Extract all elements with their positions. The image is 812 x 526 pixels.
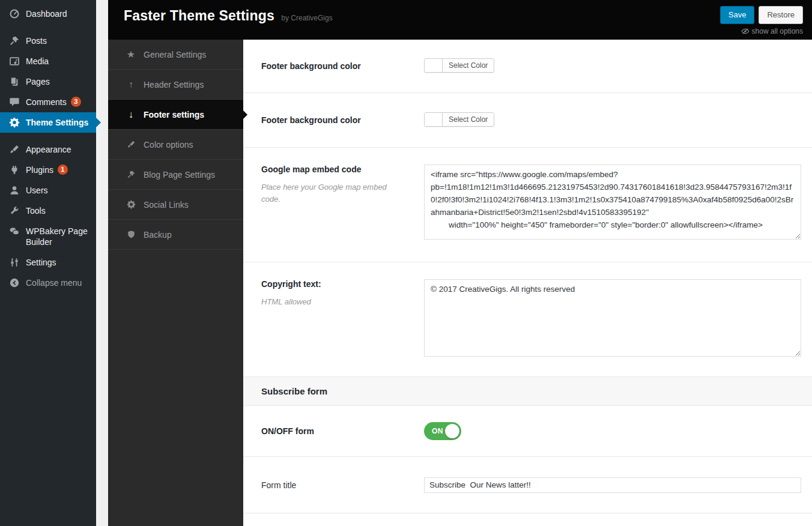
toggle-knob bbox=[445, 424, 459, 438]
brush-icon bbox=[125, 140, 137, 149]
tab-color-options[interactable]: Color options bbox=[108, 130, 243, 160]
sidebar-item-label: Users bbox=[26, 185, 48, 196]
sidebar-item-label: Collapse menu bbox=[26, 277, 82, 288]
restore-button[interactable]: Restore bbox=[759, 6, 803, 24]
tab-general-settings[interactable]: ★ General Settings bbox=[108, 40, 243, 70]
comment-bubble-icon bbox=[8, 97, 20, 107]
select-color-label: Select Color bbox=[443, 59, 494, 72]
sidebar-item-label: WPBakery Page Builder bbox=[26, 226, 91, 247]
header-buttons: Save Restore bbox=[720, 6, 803, 24]
sidebar-item-comments[interactable]: Comments 3 bbox=[0, 92, 96, 112]
setting-row-footer-bg-1: Footer background color Select Color bbox=[243, 40, 812, 93]
tab-footer-settings[interactable]: ↓ Footer settings bbox=[108, 100, 243, 130]
setting-label: Copyright text: bbox=[261, 279, 411, 289]
sidebar-item-label: Pages bbox=[26, 76, 50, 87]
sidebar-gap bbox=[96, 0, 108, 526]
tab-label: Blog Page Settings bbox=[144, 170, 215, 180]
sidebar-item-label: Plugins bbox=[26, 165, 53, 175]
settings-body: ★ General Settings ↑ Header Settings ↓ F… bbox=[108, 40, 812, 526]
settings-content: Footer background color Select Color Foo… bbox=[243, 40, 812, 526]
sidebar-item-media[interactable]: Media bbox=[0, 51, 96, 71]
google-map-embed-textarea[interactable]: <iframe src="https://www.google.com/maps… bbox=[424, 165, 801, 240]
eye-off-icon bbox=[741, 27, 750, 35]
page-byline: by CreativeGigs bbox=[281, 14, 332, 22]
show-all-options-link[interactable]: show all options bbox=[741, 27, 803, 35]
select-color-button-1[interactable]: Select Color bbox=[424, 58, 494, 73]
media-icon bbox=[8, 56, 20, 67]
arrow-up-icon: ↑ bbox=[125, 80, 137, 89]
setting-description: HTML allowed bbox=[261, 296, 411, 308]
brush-icon bbox=[8, 144, 20, 155]
sidebar-item-label: Theme Settings bbox=[26, 117, 88, 128]
setting-row-google-map: Google map embed code Place here your Go… bbox=[243, 148, 812, 262]
collapse-arrow-icon bbox=[8, 277, 20, 288]
app-root: Dashboard Posts Media Pages Comments 3 bbox=[0, 0, 812, 526]
save-button[interactable]: Save bbox=[720, 6, 755, 24]
setting-label: Footer background color bbox=[261, 61, 411, 71]
sidebar-item-label: Settings bbox=[26, 257, 56, 268]
title-wrap: Faster Theme Settings by CreativeGigs bbox=[108, 0, 333, 40]
sidebar-item-label: Comments bbox=[26, 97, 67, 107]
color-swatch bbox=[425, 59, 443, 72]
onoff-form-toggle[interactable]: ON bbox=[424, 422, 461, 440]
setting-row-copyright: Copyright text: HTML allowed © 2017 Crea… bbox=[243, 262, 812, 377]
plugins-count-badge: 1 bbox=[58, 165, 68, 175]
sidebar-item-theme-settings[interactable]: Theme Settings bbox=[0, 112, 96, 133]
shield-icon bbox=[125, 230, 137, 239]
toggle-state-label: ON bbox=[432, 427, 443, 435]
header-actions: Save Restore show all options bbox=[720, 0, 812, 40]
form-title-input[interactable] bbox=[424, 477, 801, 493]
star-icon: ★ bbox=[125, 50, 137, 59]
wpbakery-bubbles-icon bbox=[8, 226, 20, 237]
setting-label: ON/OFF form bbox=[261, 426, 411, 436]
sidebar-item-tools[interactable]: Tools bbox=[0, 201, 96, 221]
sidebar-item-appearance[interactable]: Appearance bbox=[0, 139, 96, 160]
sidebar-item-settings[interactable]: Settings bbox=[0, 252, 96, 273]
show-all-options-label: show all options bbox=[752, 27, 803, 35]
tab-label: Social Links bbox=[144, 200, 189, 210]
dashboard-icon bbox=[8, 8, 20, 19]
sliders-icon bbox=[8, 257, 20, 268]
user-icon bbox=[8, 185, 20, 196]
wrench-icon bbox=[8, 205, 20, 216]
sidebar-item-label: Posts bbox=[26, 35, 47, 46]
subscribe-form-section-header: Subscribe form bbox=[243, 377, 812, 406]
theme-settings-header: Faster Theme Settings by CreativeGigs Sa… bbox=[108, 0, 812, 40]
copyright-text-textarea[interactable]: © 2017 CreativeGigs. All rights reserved bbox=[424, 279, 801, 357]
gear-icon bbox=[8, 117, 20, 128]
pages-icon bbox=[8, 76, 20, 87]
tab-label: Footer settings bbox=[144, 110, 204, 119]
sidebar-item-collapse-menu[interactable]: Collapse menu bbox=[0, 273, 96, 293]
sidebar-item-wpbakery[interactable]: WPBakery Page Builder bbox=[0, 221, 96, 252]
plug-icon bbox=[8, 165, 20, 175]
wp-admin-sidebar: Dashboard Posts Media Pages Comments 3 bbox=[0, 0, 96, 526]
tab-header-settings[interactable]: ↑ Header Settings bbox=[108, 70, 243, 100]
select-color-button-2[interactable]: Select Color bbox=[424, 112, 494, 127]
sidebar-item-label: Tools bbox=[26, 205, 46, 216]
sidebar-item-label: Appearance bbox=[26, 144, 71, 155]
setting-row-form-title: Form title bbox=[243, 457, 812, 513]
tab-backup[interactable]: Backup bbox=[108, 220, 243, 250]
setting-label: Form title bbox=[261, 480, 411, 490]
tab-blog-page-settings[interactable]: Blog Page Settings bbox=[108, 160, 243, 190]
setting-row-onoff-form: ON/OFF form ON bbox=[243, 406, 812, 457]
comments-count-badge: 3 bbox=[71, 97, 81, 107]
settings-tabs: ★ General Settings ↑ Header Settings ↓ F… bbox=[108, 40, 243, 526]
sidebar-item-users[interactable]: Users bbox=[0, 180, 96, 201]
setting-label: Footer background color bbox=[261, 115, 411, 125]
tab-label: General Settings bbox=[144, 50, 206, 59]
tab-label: Backup bbox=[144, 230, 172, 240]
sidebar-item-pages[interactable]: Pages bbox=[0, 71, 96, 92]
pushpin-icon bbox=[8, 35, 20, 46]
sidebar-item-plugins[interactable]: Plugins 1 bbox=[0, 160, 96, 180]
gear-icon bbox=[125, 200, 137, 209]
arrow-down-icon: ↓ bbox=[125, 110, 137, 119]
sidebar-item-label: Media bbox=[26, 56, 49, 67]
tab-social-links[interactable]: Social Links bbox=[108, 190, 243, 220]
select-color-label: Select Color bbox=[443, 113, 494, 126]
setting-row-footer-bg-2: Footer background color Select Color bbox=[243, 93, 812, 148]
page-title: Faster Theme Settings bbox=[124, 8, 274, 23]
sidebar-item-dashboard[interactable]: Dashboard bbox=[0, 4, 96, 24]
sidebar-item-posts[interactable]: Posts bbox=[0, 31, 96, 51]
content-filler bbox=[243, 513, 812, 526]
